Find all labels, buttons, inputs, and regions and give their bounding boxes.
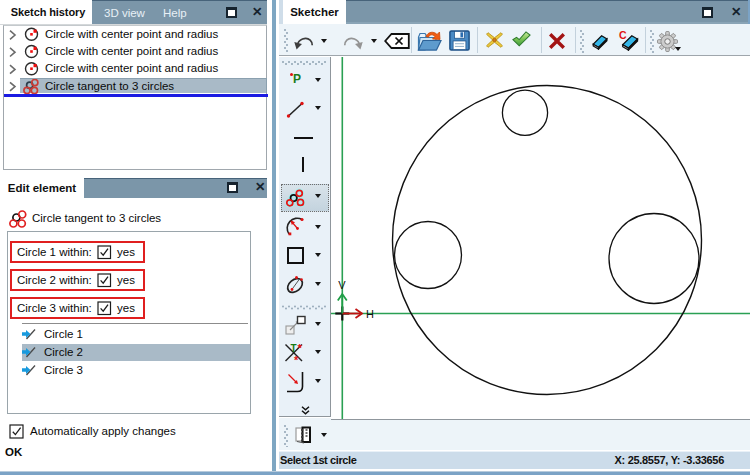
svg-text:T: T [291, 343, 297, 354]
svg-text:*: * [294, 354, 299, 366]
svg-text:V: V [338, 279, 346, 291]
svg-text:H: H [366, 308, 374, 320]
svg-text:*: * [298, 342, 303, 354]
svg-text:C: C [619, 29, 627, 41]
